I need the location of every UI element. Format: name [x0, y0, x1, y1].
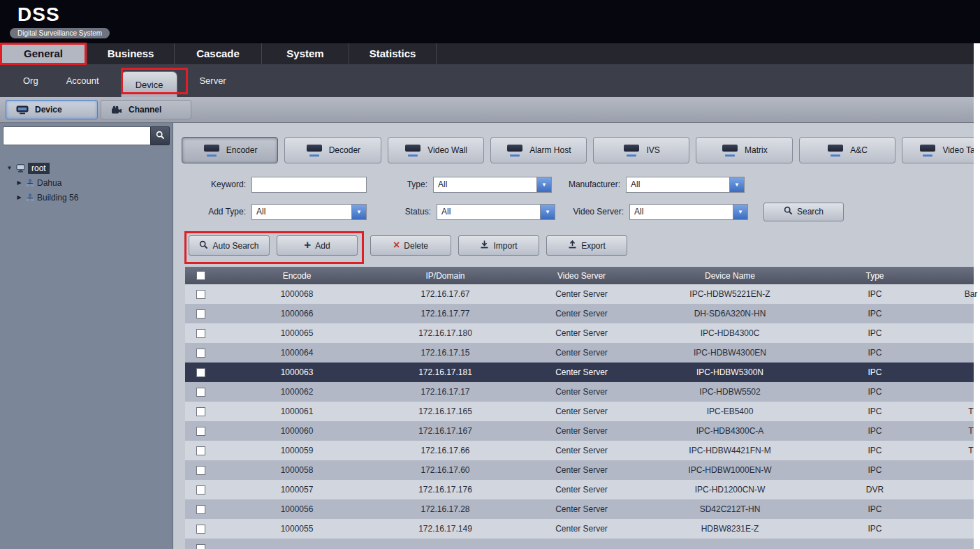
- row-checkbox[interactable]: [196, 466, 205, 475]
- add-type-select[interactable]: All ▼: [251, 204, 367, 220]
- table-row[interactable]: 1000064 172.16.17.15 Center Server IPC-H…: [185, 343, 980, 363]
- row-checkbox[interactable]: [196, 525, 205, 534]
- main-nav-tab[interactable]: System: [262, 43, 349, 64]
- table-row[interactable]: 1000061 172.16.17.165 Center Server IPC-…: [185, 402, 980, 421]
- column-header-ip-domain[interactable]: IP/Domain: [377, 271, 513, 281]
- table-row[interactable]: 1000055 172.16.17.149 Center Server HDBW…: [185, 519, 980, 539]
- column-header-type[interactable]: Type: [810, 271, 939, 281]
- expander-closed-icon[interactable]: ▶: [15, 194, 23, 200]
- sub-nav-tab[interactable]: Server: [193, 64, 232, 97]
- type-label: Type:: [367, 180, 433, 189]
- table-row[interactable]: 1000065 172.16.17.180 Center Server IPC-…: [185, 323, 980, 343]
- row-checkbox[interactable]: [196, 485, 205, 495]
- chevron-down-icon[interactable]: ▼: [733, 205, 747, 219]
- row-checkbox[interactable]: [196, 427, 205, 436]
- table-row[interactable]: 1000057 172.16.17.176 Center Server IPC-…: [185, 480, 980, 499]
- device-category-tab[interactable]: Matrix: [696, 137, 792, 163]
- keyword-input[interactable]: [251, 177, 367, 193]
- table-row[interactable]: 1000066 172.16.17.77 Center Server DH-SD…: [185, 304, 980, 323]
- status-label: Status:: [367, 207, 437, 217]
- chevron-down-icon[interactable]: ▼: [729, 177, 744, 192]
- select-all-checkbox[interactable]: [196, 271, 205, 280]
- tree-item-label: Building 56: [37, 193, 78, 203]
- row-checkbox[interactable]: [196, 407, 205, 416]
- device-category-tab[interactable]: A&C: [799, 137, 895, 163]
- chevron-down-icon[interactable]: ▼: [540, 205, 555, 219]
- device-type-icon: [404, 145, 422, 156]
- tree-item-dahua[interactable]: ▶ Dahua: [0, 175, 173, 190]
- video-server-select[interactable]: All ▼: [629, 204, 748, 220]
- cell-clipped: Bar: [939, 289, 980, 299]
- manufacturer-select[interactable]: All ▼: [626, 177, 745, 193]
- row-checkbox[interactable]: [196, 388, 205, 397]
- row-checkbox[interactable]: [196, 505, 205, 514]
- tree-item-root[interactable]: ▼ root: [0, 161, 173, 175]
- channel-view-label: Channel: [129, 105, 161, 115]
- auto-search-button[interactable]: Auto Search: [189, 235, 270, 256]
- row-checkbox[interactable]: [196, 349, 205, 358]
- add-type-select-value: All: [252, 205, 351, 219]
- expander-open-icon[interactable]: ▼: [6, 165, 13, 171]
- row-checkbox[interactable]: [196, 329, 205, 338]
- sidebar-search-button[interactable]: [150, 126, 170, 145]
- main-nav-tab[interactable]: Business: [87, 43, 175, 64]
- main-nav-tab[interactable]: General: [0, 43, 87, 64]
- sub-nav-tab[interactable]: Org: [17, 64, 45, 97]
- device-type-icon: [721, 145, 739, 156]
- cell-device-name: IPC-HDB4300C: [650, 328, 810, 338]
- tree-item-building-56[interactable]: ▶ Building 56: [0, 190, 173, 205]
- delete-button[interactable]: × Delete: [370, 235, 451, 256]
- type-select[interactable]: All ▼: [433, 177, 552, 193]
- device-category-tab[interactable]: Alarm Host: [490, 137, 587, 163]
- cell-device-name: HDBW8231E-Z: [650, 524, 810, 534]
- table-row[interactable]: 1000059 172.16.17.66 Center Server IPC-H…: [185, 441, 980, 460]
- add-button[interactable]: + Add: [277, 235, 358, 256]
- search-button[interactable]: Search: [763, 203, 844, 221]
- cell-video-server: Center Server: [513, 328, 650, 338]
- device-category-tab[interactable]: Video Wall: [388, 137, 484, 163]
- sub-nav-tab[interactable]: Device: [121, 71, 178, 97]
- cell-device-name: IPC-HDBW4421FN-M: [650, 446, 810, 455]
- export-button[interactable]: Export: [546, 235, 627, 256]
- device-category-tab[interactable]: Video Talk: [902, 137, 980, 163]
- row-checkbox[interactable]: [196, 290, 205, 299]
- column-header-video-server[interactable]: Video Server: [513, 271, 650, 281]
- device-type-icon: [826, 145, 844, 156]
- status-select-value: All: [437, 205, 540, 219]
- table-row[interactable]: 1000062 172.16.17.17 Center Server IPC-H…: [185, 382, 980, 402]
- table-row[interactable]: 1000068 172.16.17.67 Center Server IPC-H…: [185, 284, 980, 304]
- device-category-tab[interactable]: IVS: [593, 137, 689, 163]
- channel-icon: [111, 105, 122, 115]
- table-row[interactable]: [185, 539, 980, 549]
- chevron-down-icon[interactable]: ▼: [351, 205, 366, 219]
- table-row[interactable]: 1000060 172.16.17.167 Center Server IPC-…: [185, 421, 980, 441]
- column-header-device-name[interactable]: Device Name: [650, 271, 810, 281]
- device-view-button[interactable]: Device: [6, 100, 98, 119]
- filter-row-1: Keyword: Type: All ▼ Manufacturer: All ▼: [173, 176, 980, 193]
- device-icon: [16, 105, 29, 115]
- expander-closed-icon[interactable]: ▶: [15, 180, 23, 186]
- import-button[interactable]: Import: [458, 235, 539, 256]
- table-row[interactable]: 1000056 172.16.17.28 Center Server SD42C…: [185, 499, 980, 519]
- cell-video-server: Center Server: [513, 485, 650, 495]
- row-checkbox[interactable]: [196, 446, 205, 455]
- table-row[interactable]: 1000058 172.16.17.60 Center Server IPC-H…: [185, 460, 980, 480]
- chevron-down-icon[interactable]: ▼: [536, 177, 551, 192]
- row-checkbox[interactable]: [196, 544, 205, 549]
- sub-nav-tab-label: Device: [136, 80, 163, 90]
- main-nav-tab[interactable]: Cascade: [175, 43, 262, 64]
- row-checkbox[interactable]: [196, 309, 205, 319]
- device-category-tab[interactable]: Encoder: [182, 137, 278, 163]
- manufacturer-label: Manufacturer:: [552, 180, 626, 189]
- status-select[interactable]: All ▼: [437, 204, 555, 220]
- sidebar-search-input[interactable]: [3, 126, 150, 145]
- channel-view-button[interactable]: Channel: [101, 100, 191, 119]
- row-checkbox[interactable]: [196, 368, 205, 377]
- sub-nav-tab[interactable]: Account: [60, 64, 105, 97]
- column-header-encode[interactable]: Encode: [217, 271, 377, 281]
- device-category-tab[interactable]: Decoder: [284, 137, 381, 163]
- table-row[interactable]: 1000063 172.16.17.181 Center Server IPC-…: [185, 363, 980, 382]
- main-nav-tab[interactable]: Statistics: [349, 43, 437, 64]
- cell-encode: 1000064: [217, 348, 377, 358]
- cell-type: IPC: [810, 289, 939, 299]
